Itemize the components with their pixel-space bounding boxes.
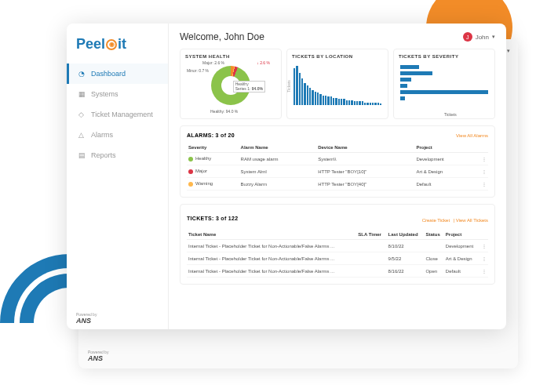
- status-dot: [188, 169, 193, 174]
- row-menu-icon[interactable]: ⋮: [473, 153, 488, 165]
- sidebar-item-alarms[interactable]: △Alarms: [67, 125, 168, 145]
- donut-callout: ↓ 2.6 %: [257, 60, 270, 65]
- bar: [377, 103, 379, 105]
- tickets-table: Ticket NameSLA TimerLast UpdatedStatusPr…: [187, 230, 488, 278]
- table-row: WarningBuzzy AlarmHTTP Tester "BOY[40]"D…: [187, 178, 488, 191]
- bar: [325, 96, 326, 106]
- bar: [330, 96, 332, 105]
- user-name: John: [476, 34, 489, 41]
- bar: [304, 83, 305, 105]
- page-title: Welcome, John Doe: [180, 31, 264, 42]
- bar: [364, 103, 366, 105]
- bar: [351, 100, 352, 105]
- bar: [312, 90, 313, 105]
- grid-icon: ▦: [78, 90, 86, 98]
- shadow-powered-by: Powered by ANS: [88, 350, 108, 362]
- sidebar-item-dashboard[interactable]: ◔Dashboard: [67, 64, 168, 84]
- report-icon: ▤: [78, 151, 86, 159]
- nav-label: Alarms: [91, 131, 113, 139]
- bar: [354, 101, 356, 105]
- sidebar: Peel◉it ◔Dashboard▦Systems◇Ticket Manage…: [67, 24, 169, 329]
- row-menu-icon[interactable]: ⋮: [479, 240, 488, 252]
- bar: [323, 96, 324, 106]
- nav-label: Systems: [91, 90, 119, 98]
- ticket-icon: ◇: [78, 111, 86, 118]
- donut-label-minor: Minor: 0.7 %: [187, 68, 209, 73]
- logo-icon: ◉: [106, 39, 117, 50]
- tickets-by-severity-chart: TICKETS BY SEVERITY Tickets: [393, 49, 495, 119]
- table-row: MajorSystem AlmIHTTP Tester "BOY[10]"Art…: [187, 165, 488, 178]
- tickets-by-location-chart: TICKETS BY LOCATION Tickets: [286, 49, 388, 119]
- bar: [372, 103, 374, 105]
- table-row: Internal Ticket - Placeholder Ticket for…: [187, 252, 488, 265]
- row-menu-icon[interactable]: ⋮: [473, 178, 488, 191]
- location-bars: [292, 62, 383, 105]
- donut-label-major: Major: 2.6 %: [202, 60, 224, 65]
- table-row: Internal Ticket - Placeholder Ticket for…: [187, 240, 488, 252]
- user-menu[interactable]: J John ▾: [463, 32, 495, 42]
- bar: [319, 94, 321, 105]
- bar: [338, 99, 340, 105]
- dashboard-window: Peel◉it ◔Dashboard▦Systems◇Ticket Manage…: [67, 24, 506, 329]
- logo: Peel◉it: [67, 33, 168, 64]
- alarms-table: SeverityAlarm NameDevice NameProject Hea…: [187, 143, 488, 191]
- bar: [362, 101, 363, 105]
- row-menu-icon[interactable]: ⋮: [473, 165, 488, 178]
- bar: [366, 103, 368, 105]
- view-all-alarms-link[interactable]: View All Alarms: [456, 133, 488, 138]
- powered-by: Powered by ANS: [76, 312, 97, 325]
- bell-icon: △: [78, 131, 86, 139]
- hbar: [400, 71, 432, 75]
- bar: [296, 66, 297, 105]
- nav-label: Dashboard: [91, 70, 126, 78]
- severity-bars: [399, 62, 490, 103]
- hbar: [400, 65, 419, 69]
- gauge-icon: ◔: [78, 70, 86, 78]
- hbar: [400, 96, 405, 100]
- table-row: Internal Ticket - Placeholder Ticket for…: [187, 265, 488, 278]
- bar: [356, 101, 358, 105]
- alarms-panel: ALARMS: 3 of 20 View All Alarms Severity…: [180, 125, 495, 198]
- bar: [307, 85, 308, 105]
- status-dot: [188, 157, 193, 162]
- chevron-down-icon: ▾: [492, 34, 495, 40]
- bar: [327, 96, 329, 105]
- bar: [309, 88, 311, 105]
- hbar: [400, 84, 407, 88]
- bar: [317, 93, 319, 105]
- create-ticket-link[interactable]: Create Ticket: [422, 218, 450, 223]
- donut-tooltip: HealthySeries 1: 94.0%: [233, 81, 265, 93]
- bar: [333, 98, 334, 105]
- sidebar-item-ticket-management[interactable]: ◇Ticket Management: [67, 104, 168, 125]
- bar: [380, 103, 381, 105]
- nav-label: Reports: [91, 151, 116, 159]
- tickets-panel: TICKETS: 3 of 122 Create Ticket | View A…: [180, 204, 495, 285]
- status-dot: [188, 182, 193, 187]
- system-health-chart: SYSTEM HEALTH Major: 2.6 % Minor: 0.7 % …: [180, 49, 282, 119]
- bar: [335, 98, 337, 105]
- sidebar-item-reports[interactable]: ▤Reports: [67, 145, 168, 165]
- alarms-title: ALARMS: 3 of 20: [187, 132, 235, 138]
- bar: [348, 100, 350, 105]
- tickets-title: TICKETS: 3 of 122: [187, 216, 238, 221]
- sidebar-item-systems[interactable]: ▦Systems: [67, 84, 168, 104]
- donut-label-healthy: Healthy: 94.0 %: [210, 109, 238, 114]
- avatar: J: [463, 32, 472, 42]
- bar: [315, 92, 316, 105]
- row-menu-icon[interactable]: ⋮: [479, 265, 488, 278]
- content-area: Welcome, John Doe J John ▾ SYSTEM HEALTH…: [169, 24, 506, 329]
- row-menu-icon[interactable]: ⋮: [479, 252, 488, 265]
- bar: [370, 103, 371, 105]
- hbar: [400, 78, 411, 82]
- bar: [341, 99, 342, 105]
- bar: [294, 68, 295, 105]
- bar: [359, 101, 360, 105]
- hbar: [400, 90, 488, 94]
- view-all-tickets-link[interactable]: View All Tickets: [456, 218, 488, 223]
- bar: [374, 103, 376, 105]
- nav-label: Ticket Management: [91, 111, 153, 118]
- table-row: HealthyRAM usage alarmSystem\\Developmen…: [187, 153, 488, 165]
- bar: [299, 73, 301, 105]
- bar: [343, 99, 345, 105]
- bar: [346, 100, 348, 105]
